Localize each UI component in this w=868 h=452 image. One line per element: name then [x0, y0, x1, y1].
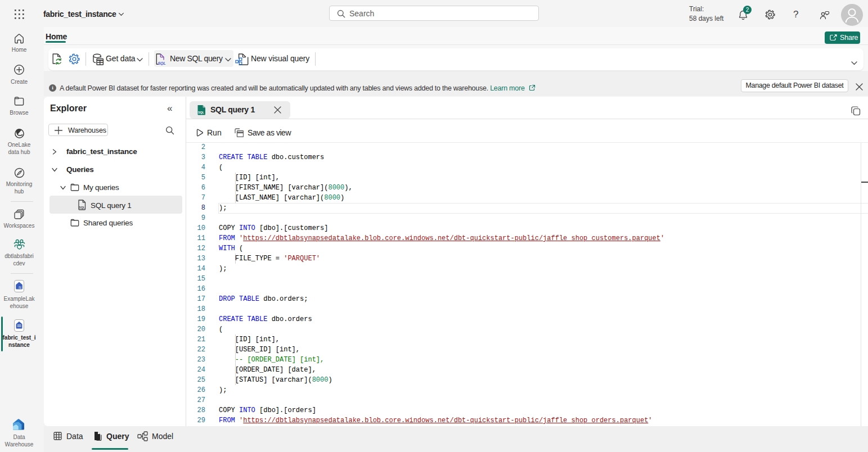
svg-text:SQL: SQL: [198, 111, 205, 114]
svg-text:SQL: SQL: [79, 206, 85, 209]
svg-text:SQL: SQL: [158, 61, 165, 65]
